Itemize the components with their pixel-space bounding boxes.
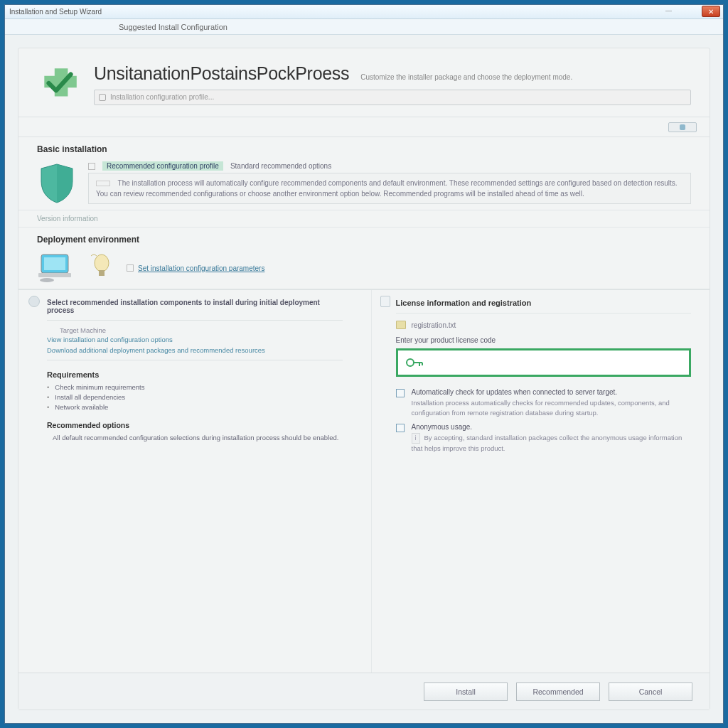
titlebar: Installation and Setup Wizard — ✕ [5,5,723,19]
close-button[interactable]: ✕ [702,6,720,17]
info-icon [88,163,95,170]
tag-icon: i [412,433,420,444]
meta-line: Version information [18,210,710,228]
left-heading: Select recommended installation componen… [47,299,343,314]
svg-rect-6 [99,270,105,276]
footer: Install Recommended Cancel [18,673,710,710]
config-input[interactable]: Installation configuration profile... [94,90,691,105]
svg-rect-3 [38,273,71,277]
page-title: UnsitanationPostainsPockProess [94,63,349,84]
content-area: UnsitanationPostainsPockProess Customize… [5,35,723,723]
license-key-input[interactable] [396,348,692,377]
folder-icon [396,321,406,329]
info-line-rest: Standard recommended options [230,162,331,170]
section-title-basic: Basic installation [37,144,691,154]
svg-point-7 [407,359,414,366]
left-desc: All default recommended configuration se… [47,434,343,441]
svg-rect-2 [44,257,65,270]
svg-point-4 [40,278,54,282]
chk1-label: Automatically check for updates when con… [412,388,692,396]
main-panel: UnsitanationPostainsPockProess Customize… [18,48,710,710]
key-field-label: Enter your product license code [396,336,692,344]
checkbox-updates[interactable]: Automatically check for updates when con… [396,388,692,419]
folder-row[interactable]: registration.txt [396,321,692,329]
details-columns: Select recommended installation componen… [18,289,710,673]
minimize-icon[interactable]: — [665,7,672,14]
svg-point-5 [95,255,109,272]
left-link-1[interactable]: View installation and configuration opti… [47,336,343,343]
chk2-desc: iBy accepting, standard installation pac… [412,433,692,454]
list-item: •Install all dependencies [47,393,343,401]
section-title-deploy: Deployment environment [37,235,691,245]
list-item: •Check minimum requirements [47,383,343,391]
input-placeholder: Installation configuration profile... [110,93,214,101]
section-deployment: Deployment environment [18,228,710,289]
left-h3: Recommended options [47,421,343,429]
context-badge[interactable] [668,122,697,132]
install-button[interactable]: Install [424,682,508,701]
info-block: Recommended configuration profile Standa… [88,161,691,204]
bulb-icon [91,253,112,283]
chk2-label: Anonymous usage. [412,423,692,431]
context-bar [18,117,710,137]
input-icon [99,94,106,101]
info-box: The installation process will automatica… [88,173,691,204]
cancel-button[interactable]: Cancel [609,682,692,701]
left-link-2[interactable]: Download additional deployment packages … [47,346,343,354]
checkbox-anonymous[interactable]: Anonymous usage. iBy accepting, standard… [396,423,692,454]
deploy-link-text: Set installation configuration parameter… [138,264,264,272]
header-text: UnsitanationPostainsPockProess Customize… [94,63,691,105]
key-icon [405,356,424,369]
monitor-icon [37,252,77,284]
left-item-target: Target Machine [60,326,343,334]
info-box-text: The installation process will automatica… [96,179,678,198]
chk1-desc: Installation process automatically check… [412,398,692,419]
checkmark-icon [37,61,81,107]
menu-item[interactable]: Suggested Install Configuration [119,23,228,31]
window-title: Installation and Setup Wizard [9,8,102,16]
header-block: UnsitanationPostainsPockProess Customize… [18,48,710,117]
checkbox-icon [396,389,405,397]
box-icon [96,181,110,186]
deploy-link[interactable]: Set installation configuration parameter… [127,264,264,272]
right-column: License information and registration reg… [372,290,710,673]
link-checkbox-icon [127,264,134,272]
recommended-button[interactable]: Recommended [516,682,600,701]
highlight-label: Recommended configuration profile [102,161,223,171]
folder-label: registration.txt [412,321,456,329]
left-h2: Requirements [47,370,343,379]
section-basic: Basic installation Recommended configura… [18,137,710,210]
main-window: Installation and Setup Wizard — ✕ Sugges… [4,4,724,724]
shield-icon [37,161,77,205]
right-heading: License information and registration [396,299,692,307]
page-subtitle: Customize the installer package and choo… [360,73,572,81]
left-column: Select recommended installation componen… [18,290,372,673]
list-item: •Network available [47,403,343,411]
checkbox-icon [396,424,405,432]
menubar: Suggested Install Configuration [5,19,723,35]
